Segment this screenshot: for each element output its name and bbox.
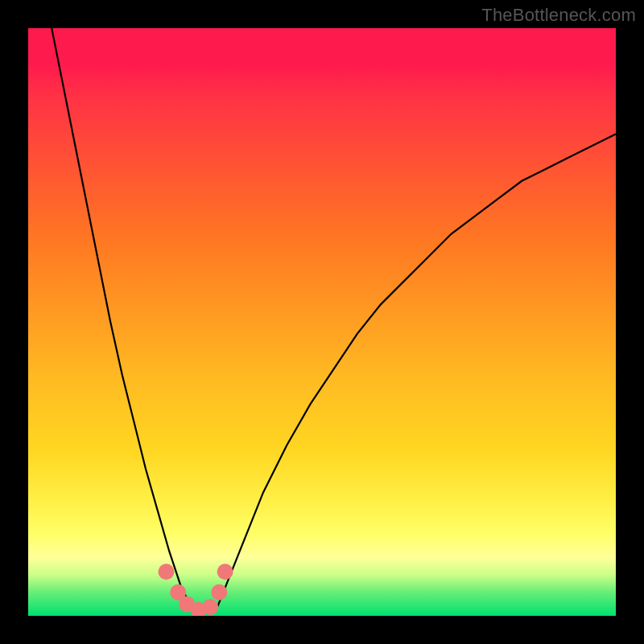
marker-dot bbox=[217, 564, 233, 580]
bottleneck-curve-right bbox=[217, 134, 616, 609]
marker-dot bbox=[211, 584, 227, 601]
bottleneck-curve-left bbox=[52, 28, 192, 610]
outer-frame: TheBottleneck.com bbox=[0, 0, 644, 644]
marker-group bbox=[159, 564, 233, 616]
plot-area bbox=[28, 28, 616, 616]
attribution-text: TheBottleneck.com bbox=[481, 5, 636, 26]
curve-layer bbox=[28, 28, 616, 616]
marker-dot bbox=[159, 564, 175, 580]
marker-dot bbox=[202, 599, 218, 615]
